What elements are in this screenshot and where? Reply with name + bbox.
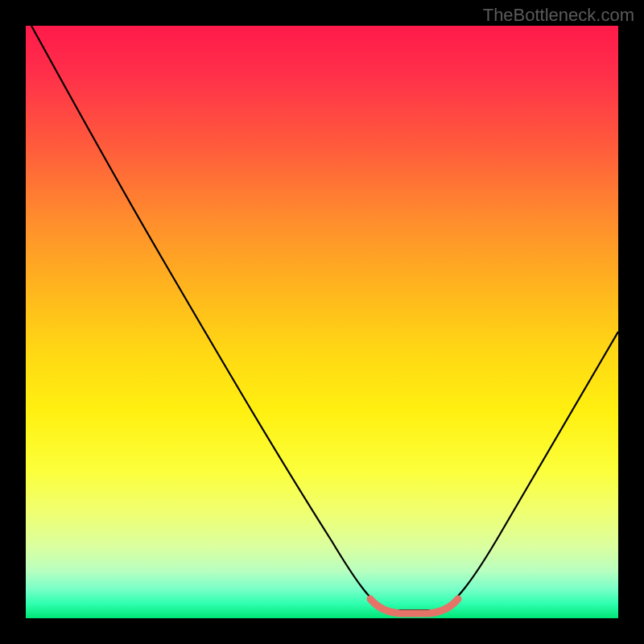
curve-svg	[26, 26, 618, 618]
optimal-flat-path	[370, 599, 458, 613]
watermark-text: TheBottleneck.com	[483, 5, 634, 26]
plot-area	[26, 26, 618, 618]
bottleneck-curve-path	[31, 26, 618, 610]
